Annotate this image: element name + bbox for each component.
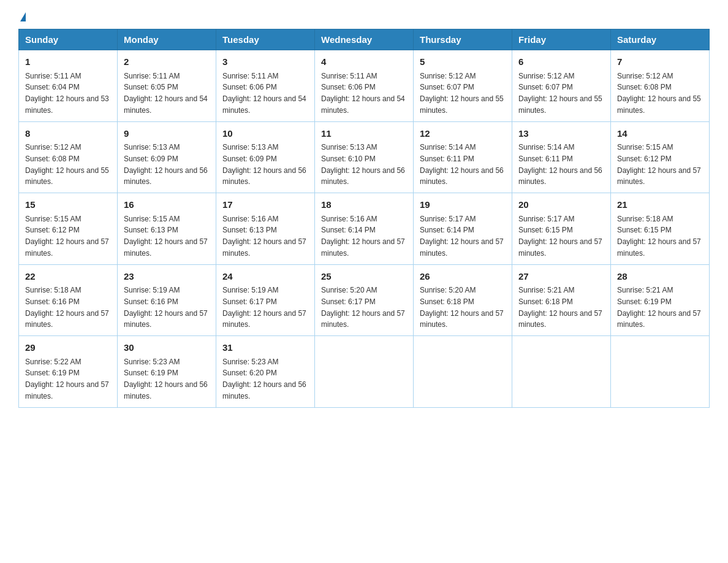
calendar-cell: 12 Sunrise: 5:14 AMSunset: 6:11 PMDaylig… (414, 121, 512, 193)
day-number: 14 (617, 127, 703, 141)
day-number: 9 (124, 127, 210, 141)
day-of-week-header: Monday (118, 29, 216, 50)
day-of-week-header: Thursday (414, 29, 512, 50)
logo-triangle-icon (20, 12, 26, 21)
calendar-week-row: 1 Sunrise: 5:11 AMSunset: 6:04 PMDayligh… (19, 50, 710, 122)
calendar-cell: 19 Sunrise: 5:17 AMSunset: 6:14 PMDaylig… (414, 193, 512, 265)
calendar-cell: 11 Sunrise: 5:13 AMSunset: 6:10 PMDaylig… (315, 121, 414, 193)
calendar-cell: 13 Sunrise: 5:14 AMSunset: 6:11 PMDaylig… (512, 121, 611, 193)
day-info: Sunrise: 5:11 AMSunset: 6:05 PMDaylight:… (124, 72, 208, 115)
calendar-cell: 28 Sunrise: 5:21 AMSunset: 6:19 PMDaylig… (611, 264, 710, 336)
day-info: Sunrise: 5:23 AMSunset: 6:20 PMDaylight:… (222, 358, 306, 400)
calendar-cell: 4 Sunrise: 5:11 AMSunset: 6:06 PMDayligh… (315, 50, 414, 122)
day-of-week-header: Wednesday (315, 29, 414, 50)
day-number: 31 (222, 341, 308, 355)
calendar-cell: 16 Sunrise: 5:15 AMSunset: 6:13 PMDaylig… (118, 193, 216, 265)
day-info: Sunrise: 5:23 AMSunset: 6:19 PMDaylight:… (124, 358, 208, 400)
calendar-cell: 20 Sunrise: 5:17 AMSunset: 6:15 PMDaylig… (512, 193, 611, 265)
day-number: 21 (617, 198, 703, 212)
calendar-cell: 10 Sunrise: 5:13 AMSunset: 6:09 PMDaylig… (216, 121, 315, 193)
day-info: Sunrise: 5:21 AMSunset: 6:18 PMDaylight:… (518, 286, 602, 329)
calendar-cell: 23 Sunrise: 5:19 AMSunset: 6:16 PMDaylig… (118, 264, 216, 336)
calendar-cell: 31 Sunrise: 5:23 AMSunset: 6:20 PMDaylig… (216, 336, 315, 408)
day-number: 17 (222, 198, 308, 212)
day-number: 7 (617, 55, 703, 69)
day-number: 29 (25, 341, 111, 355)
calendar-cell: 7 Sunrise: 5:12 AMSunset: 6:08 PMDayligh… (611, 50, 710, 122)
day-info: Sunrise: 5:13 AMSunset: 6:09 PMDaylight:… (222, 143, 306, 186)
day-info: Sunrise: 5:19 AMSunset: 6:17 PMDaylight:… (222, 286, 306, 329)
day-number: 28 (617, 270, 703, 284)
day-info: Sunrise: 5:20 AMSunset: 6:18 PMDaylight:… (420, 286, 504, 329)
day-number: 20 (518, 198, 604, 212)
calendar-header-row: SundayMondayTuesdayWednesdayThursdayFrid… (19, 29, 710, 50)
calendar-cell: 30 Sunrise: 5:23 AMSunset: 6:19 PMDaylig… (118, 336, 216, 408)
calendar-cell: 25 Sunrise: 5:20 AMSunset: 6:17 PMDaylig… (315, 264, 414, 336)
day-number: 22 (25, 270, 111, 284)
day-number: 8 (25, 127, 111, 141)
calendar-cell: 8 Sunrise: 5:12 AMSunset: 6:08 PMDayligh… (19, 121, 118, 193)
day-of-week-header: Friday (512, 29, 611, 50)
day-number: 6 (518, 55, 604, 69)
day-info: Sunrise: 5:11 AMSunset: 6:06 PMDaylight:… (222, 72, 306, 115)
day-info: Sunrise: 5:14 AMSunset: 6:11 PMDaylight:… (518, 143, 602, 186)
day-number: 16 (124, 198, 210, 212)
calendar-table: SundayMondayTuesdayWednesdayThursdayFrid… (18, 29, 710, 408)
calendar-cell: 1 Sunrise: 5:11 AMSunset: 6:04 PMDayligh… (19, 50, 118, 122)
calendar-cell (315, 336, 414, 408)
day-number: 18 (321, 198, 407, 212)
day-info: Sunrise: 5:22 AMSunset: 6:19 PMDaylight:… (25, 358, 109, 400)
calendar-week-row: 29 Sunrise: 5:22 AMSunset: 6:19 PMDaylig… (19, 336, 710, 408)
calendar-cell: 17 Sunrise: 5:16 AMSunset: 6:13 PMDaylig… (216, 193, 315, 265)
day-info: Sunrise: 5:15 AMSunset: 6:12 PMDaylight:… (25, 215, 109, 258)
day-info: Sunrise: 5:11 AMSunset: 6:06 PMDaylight:… (321, 72, 405, 115)
calendar-cell: 9 Sunrise: 5:13 AMSunset: 6:09 PMDayligh… (118, 121, 216, 193)
day-of-week-header: Tuesday (216, 29, 315, 50)
day-number: 11 (321, 127, 407, 141)
day-number: 13 (518, 127, 604, 141)
day-info: Sunrise: 5:16 AMSunset: 6:14 PMDaylight:… (321, 215, 405, 258)
calendar-cell: 21 Sunrise: 5:18 AMSunset: 6:15 PMDaylig… (611, 193, 710, 265)
day-info: Sunrise: 5:17 AMSunset: 6:14 PMDaylight:… (420, 215, 504, 258)
day-number: 30 (124, 341, 210, 355)
calendar-cell: 2 Sunrise: 5:11 AMSunset: 6:05 PMDayligh… (118, 50, 216, 122)
day-number: 12 (420, 127, 506, 141)
day-number: 25 (321, 270, 407, 284)
day-info: Sunrise: 5:15 AMSunset: 6:12 PMDaylight:… (617, 143, 701, 186)
calendar-cell (611, 336, 710, 408)
day-number: 27 (518, 270, 604, 284)
day-number: 26 (420, 270, 506, 284)
day-of-week-header: Sunday (19, 29, 118, 50)
day-info: Sunrise: 5:12 AMSunset: 6:08 PMDaylight:… (617, 72, 701, 115)
calendar-cell: 24 Sunrise: 5:19 AMSunset: 6:17 PMDaylig… (216, 264, 315, 336)
day-info: Sunrise: 5:21 AMSunset: 6:19 PMDaylight:… (617, 286, 701, 329)
calendar-cell: 29 Sunrise: 5:22 AMSunset: 6:19 PMDaylig… (19, 336, 118, 408)
day-info: Sunrise: 5:13 AMSunset: 6:09 PMDaylight:… (124, 143, 208, 186)
day-number: 3 (222, 55, 308, 69)
day-number: 10 (222, 127, 308, 141)
day-of-week-header: Saturday (611, 29, 710, 50)
day-info: Sunrise: 5:14 AMSunset: 6:11 PMDaylight:… (420, 143, 504, 186)
day-info: Sunrise: 5:12 AMSunset: 6:07 PMDaylight:… (420, 72, 504, 115)
calendar-cell: 14 Sunrise: 5:15 AMSunset: 6:12 PMDaylig… (611, 121, 710, 193)
page-header (18, 12, 710, 23)
calendar-cell: 27 Sunrise: 5:21 AMSunset: 6:18 PMDaylig… (512, 264, 611, 336)
calendar-cell: 26 Sunrise: 5:20 AMSunset: 6:18 PMDaylig… (414, 264, 512, 336)
day-number: 19 (420, 198, 506, 212)
day-number: 2 (124, 55, 210, 69)
day-number: 1 (25, 55, 111, 69)
calendar-cell: 18 Sunrise: 5:16 AMSunset: 6:14 PMDaylig… (315, 193, 414, 265)
day-info: Sunrise: 5:19 AMSunset: 6:16 PMDaylight:… (124, 286, 208, 329)
day-info: Sunrise: 5:12 AMSunset: 6:07 PMDaylight:… (518, 72, 602, 115)
calendar-cell: 3 Sunrise: 5:11 AMSunset: 6:06 PMDayligh… (216, 50, 315, 122)
calendar-week-row: 8 Sunrise: 5:12 AMSunset: 6:08 PMDayligh… (19, 121, 710, 193)
day-info: Sunrise: 5:13 AMSunset: 6:10 PMDaylight:… (321, 143, 405, 186)
calendar-week-row: 15 Sunrise: 5:15 AMSunset: 6:12 PMDaylig… (19, 193, 710, 265)
day-info: Sunrise: 5:11 AMSunset: 6:04 PMDaylight:… (25, 72, 109, 115)
day-number: 24 (222, 270, 308, 284)
calendar-week-row: 22 Sunrise: 5:18 AMSunset: 6:16 PMDaylig… (19, 264, 710, 336)
day-info: Sunrise: 5:12 AMSunset: 6:08 PMDaylight:… (25, 143, 109, 186)
calendar-cell: 15 Sunrise: 5:15 AMSunset: 6:12 PMDaylig… (19, 193, 118, 265)
day-info: Sunrise: 5:18 AMSunset: 6:15 PMDaylight:… (617, 215, 701, 258)
calendar-cell: 6 Sunrise: 5:12 AMSunset: 6:07 PMDayligh… (512, 50, 611, 122)
